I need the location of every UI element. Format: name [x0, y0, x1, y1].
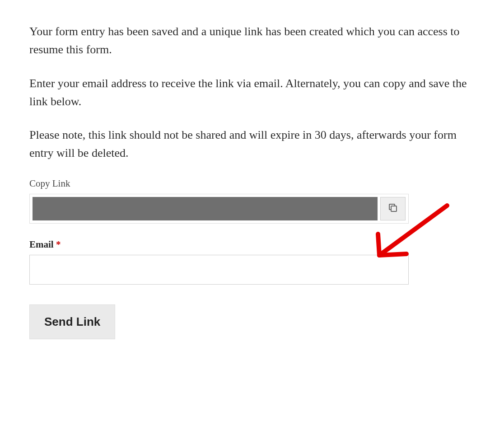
intro-text: Your form entry has been saved and a uni…: [29, 23, 475, 163]
copy-link-row: [29, 194, 409, 224]
copy-button[interactable]: [380, 197, 406, 220]
copy-link-label: Copy Link: [29, 178, 475, 189]
email-label-text: Email: [29, 239, 54, 250]
copy-link-input[interactable]: [33, 197, 378, 220]
required-asterisk: *: [56, 239, 61, 250]
copy-link-field: Copy Link: [29, 178, 475, 224]
email-input[interactable]: [29, 255, 409, 285]
intro-paragraph-2: Enter your email address to receive the …: [29, 75, 475, 111]
send-link-button[interactable]: Send Link: [29, 304, 115, 339]
copy-icon: [387, 202, 398, 215]
intro-paragraph-3: Please note, this link should not be sha…: [29, 126, 475, 163]
intro-paragraph-1: Your form entry has been saved and a uni…: [29, 23, 475, 59]
svg-rect-0: [391, 206, 397, 211]
email-field: Email *: [29, 239, 475, 285]
email-label: Email *: [29, 239, 475, 250]
